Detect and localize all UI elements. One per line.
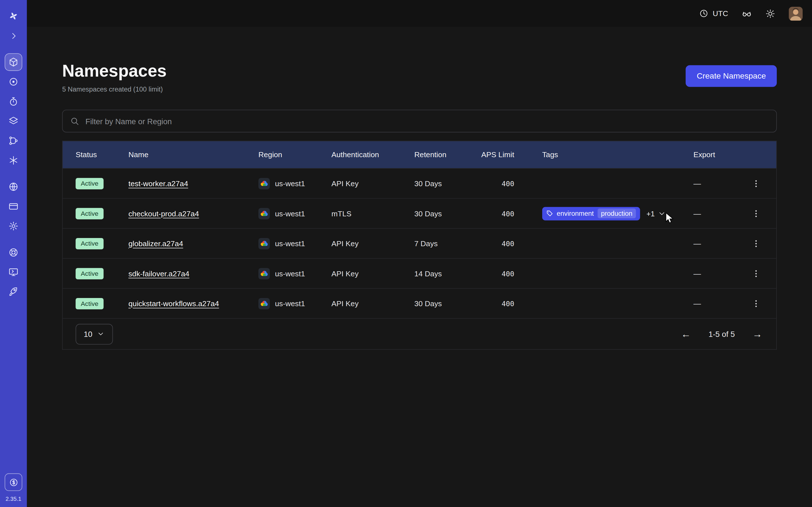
timezone-label: UTC bbox=[713, 9, 728, 17]
avatar-photo bbox=[789, 6, 803, 20]
sun-icon bbox=[765, 8, 775, 18]
glasses-button[interactable] bbox=[742, 8, 752, 18]
name-cell: test-worker.a27a4 bbox=[116, 179, 246, 187]
create-namespace-button[interactable]: Create Namespace bbox=[686, 65, 777, 87]
chevron-down-icon bbox=[97, 330, 105, 338]
sidebar-expand-button[interactable] bbox=[5, 27, 22, 45]
theme-toggle-button[interactable] bbox=[765, 8, 775, 18]
namespace-link[interactable]: test-worker.a27a4 bbox=[129, 179, 188, 187]
auth-cell: API Key bbox=[319, 299, 402, 307]
page-range-label: 1-5 of 5 bbox=[709, 330, 735, 338]
region-label: us-west1 bbox=[275, 179, 305, 187]
status-badge: Active bbox=[75, 208, 103, 219]
chevron-down-icon bbox=[658, 209, 666, 217]
header-authentication: Authentication bbox=[319, 151, 402, 159]
sidebar-item-deployments[interactable] bbox=[5, 112, 22, 130]
sidebar-item-regions[interactable] bbox=[5, 178, 22, 195]
header-tags: Tags bbox=[529, 151, 680, 159]
aps-cell: 400 bbox=[467, 299, 529, 307]
table-row: Active test-worker.a27a4 us-west1 API Ke… bbox=[63, 168, 776, 198]
sidebar-item-schedules[interactable] bbox=[5, 93, 22, 110]
search-icon bbox=[70, 116, 79, 126]
namespace-link[interactable]: checkout-prod.a27a4 bbox=[129, 209, 199, 217]
sidebar-item-docs[interactable] bbox=[5, 263, 22, 281]
name-cell: quickstart-workflows.a27a4 bbox=[116, 299, 246, 307]
topbar: UTC bbox=[27, 0, 812, 27]
auth-cell: API Key bbox=[319, 269, 402, 277]
row-menu-button[interactable] bbox=[749, 207, 763, 220]
page-size-value: 10 bbox=[84, 330, 93, 338]
filter-input[interactable] bbox=[84, 116, 769, 126]
gcp-cloud-icon bbox=[259, 268, 270, 279]
row-menu-button[interactable] bbox=[749, 297, 763, 310]
aps-cell: 400 bbox=[467, 269, 529, 277]
page-size-select[interactable]: 10 bbox=[75, 324, 113, 344]
name-cell: checkout-prod.a27a4 bbox=[116, 209, 246, 217]
layers-icon bbox=[8, 116, 18, 126]
export-cell: — bbox=[680, 299, 736, 307]
timezone-display[interactable]: UTC bbox=[699, 9, 728, 18]
export-cell: — bbox=[680, 269, 736, 277]
kebab-icon bbox=[751, 269, 761, 278]
sidebar-item-billing[interactable] bbox=[5, 198, 22, 215]
prev-page-button[interactable]: ← bbox=[680, 327, 692, 341]
status-badge: Active bbox=[75, 268, 103, 279]
kebab-icon bbox=[751, 209, 761, 218]
namespace-link[interactable]: quickstart-workflows.a27a4 bbox=[129, 299, 219, 307]
actions-cell bbox=[736, 207, 776, 220]
lifebuoy-icon bbox=[8, 247, 18, 258]
namespace-link[interactable]: sdk-failover.a27a4 bbox=[129, 269, 190, 277]
app-window: 2.35.1 UTC bbox=[0, 0, 812, 507]
tag-more-count: +1 bbox=[647, 209, 655, 217]
retention-cell: 30 Days bbox=[401, 209, 466, 217]
region-cell: us-west1 bbox=[246, 178, 319, 189]
row-menu-button[interactable] bbox=[749, 177, 763, 190]
target-icon bbox=[8, 76, 18, 87]
tags-expand-button[interactable] bbox=[657, 208, 667, 219]
kebab-icon bbox=[751, 239, 761, 248]
table-row: Active quickstart-workflows.a27a4 us-wes… bbox=[63, 288, 776, 318]
namespace-link[interactable]: globalizer.a27a4 bbox=[129, 239, 183, 247]
tag-key: environment bbox=[557, 210, 594, 217]
row-menu-button[interactable] bbox=[749, 267, 763, 280]
pagination: ← 1-5 of 5 → bbox=[680, 327, 763, 341]
chevron-right-icon bbox=[9, 31, 18, 40]
export-cell: — bbox=[680, 239, 736, 247]
sidebar: 2.35.1 bbox=[0, 0, 27, 507]
sidebar-item-usage[interactable] bbox=[5, 473, 22, 491]
page-content: Namespaces 5 Namespaces created (100 lim… bbox=[27, 27, 812, 507]
app-version: 2.35.1 bbox=[6, 496, 21, 502]
avatar[interactable] bbox=[789, 6, 803, 20]
tag-value: production bbox=[598, 209, 636, 218]
status-badge: Active bbox=[75, 238, 103, 249]
row-menu-button[interactable] bbox=[749, 237, 763, 250]
status-cell: Active bbox=[63, 238, 115, 249]
temporal-logo-icon bbox=[8, 10, 19, 22]
next-page-button[interactable]: → bbox=[751, 327, 763, 341]
sidebar-item-batch[interactable] bbox=[5, 152, 22, 169]
region-label: us-west1 bbox=[275, 299, 305, 307]
status-cell: Active bbox=[63, 298, 115, 309]
name-cell: sdk-failover.a27a4 bbox=[116, 269, 246, 277]
auth-cell: API Key bbox=[319, 239, 402, 247]
app-logo[interactable] bbox=[5, 7, 22, 25]
aps-cell: 400 bbox=[467, 209, 529, 217]
export-cell: — bbox=[680, 209, 736, 217]
sidebar-item-workflows[interactable] bbox=[5, 132, 22, 149]
header-name: Name bbox=[116, 151, 246, 159]
region-label: us-west1 bbox=[275, 239, 305, 247]
region-label: us-west1 bbox=[275, 269, 305, 277]
sidebar-item-support[interactable] bbox=[5, 244, 22, 261]
table-footer: 10 ← 1-5 of 5 → bbox=[63, 318, 776, 349]
cube-icon bbox=[8, 57, 18, 67]
table-row: Active sdk-failover.a27a4 us-west1 API K… bbox=[63, 258, 776, 288]
header-retention: Retention bbox=[401, 151, 466, 159]
sidebar-item-namespaces[interactable] bbox=[5, 53, 22, 71]
glasses-icon bbox=[742, 8, 752, 18]
sidebar-item-getting-started[interactable] bbox=[5, 283, 22, 300]
sidebar-item-settings[interactable] bbox=[5, 217, 22, 235]
tags-cell: environment production +1 bbox=[529, 207, 680, 220]
sidebar-item-nexus[interactable] bbox=[5, 73, 22, 91]
sidebar-group-primary bbox=[5, 52, 22, 170]
region-cell: us-west1 bbox=[246, 268, 319, 279]
